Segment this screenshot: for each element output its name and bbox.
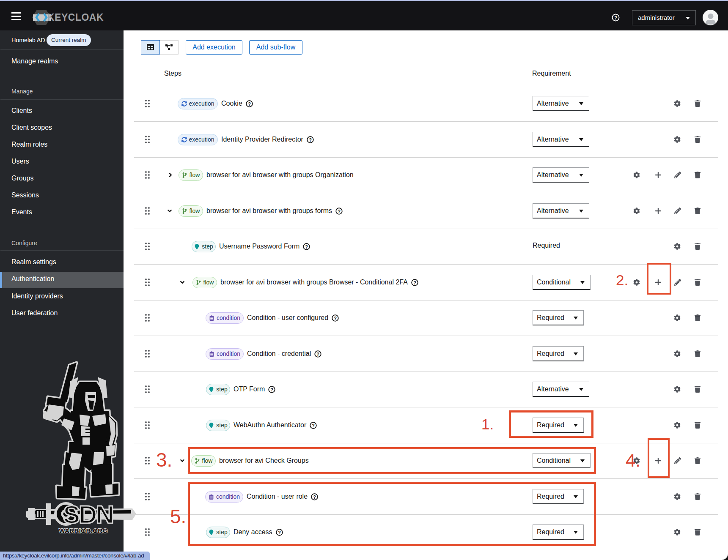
svg-text:?: ? bbox=[338, 208, 341, 213]
svg-text:?: ? bbox=[334, 315, 337, 320]
svg-text:SDN: SDN bbox=[63, 500, 113, 529]
svg-text:?: ? bbox=[312, 423, 315, 428]
svg-text:?: ? bbox=[248, 101, 251, 106]
svg-text:?: ? bbox=[316, 351, 319, 356]
svg-text:?: ? bbox=[309, 137, 312, 142]
svg-text:?: ? bbox=[413, 280, 416, 285]
svg-text:?: ? bbox=[614, 15, 617, 20]
svg-text:WARRIOR.ORG: WARRIOR.ORG bbox=[59, 527, 107, 534]
svg-text:?: ? bbox=[271, 387, 274, 392]
svg-text:?: ? bbox=[305, 244, 308, 249]
